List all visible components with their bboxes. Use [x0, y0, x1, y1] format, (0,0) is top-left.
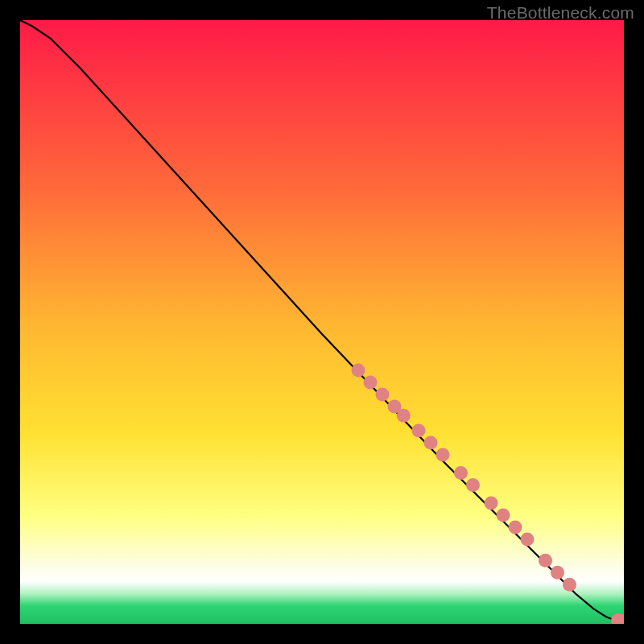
data-point — [397, 409, 411, 423]
plot-area — [20, 20, 624, 624]
data-point — [436, 448, 450, 462]
data-point — [539, 554, 552, 568]
data-point — [509, 521, 522, 535]
data-point — [376, 388, 390, 402]
data-point — [551, 566, 564, 580]
plot-svg — [20, 20, 624, 624]
data-point — [352, 364, 365, 378]
data-point — [424, 436, 438, 450]
data-point — [454, 466, 468, 480]
data-point — [563, 578, 576, 592]
data-point — [497, 509, 510, 522]
chart-frame: TheBottleneck.com — [0, 0, 644, 644]
data-point — [485, 497, 498, 510]
data-point — [412, 424, 426, 438]
watermark-label: TheBottleneck.com — [487, 3, 634, 23]
gradient-background — [20, 20, 624, 624]
data-point — [364, 376, 378, 390]
data-point — [466, 478, 480, 492]
data-point — [521, 533, 535, 547]
